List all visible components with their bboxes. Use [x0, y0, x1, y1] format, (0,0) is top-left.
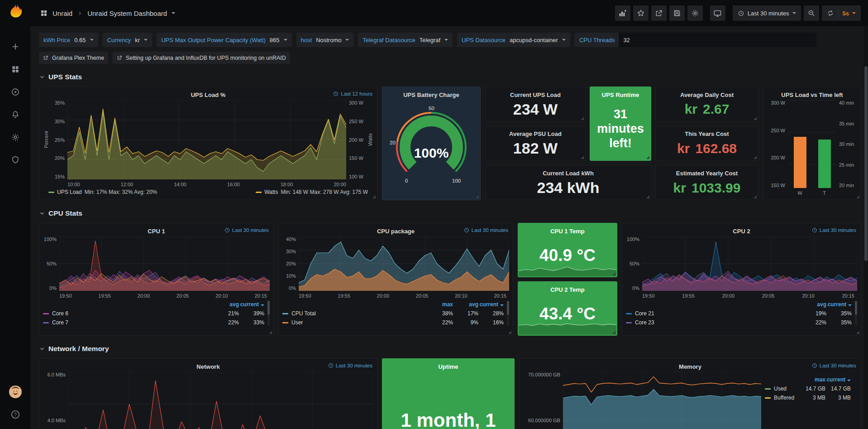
dashboard-settings-button[interactable] — [687, 5, 703, 21]
panel-title[interactable]: CPU package — [377, 228, 415, 235]
help-button[interactable]: ? — [6, 406, 24, 423]
memory-plot[interactable] — [563, 372, 761, 429]
panel-title[interactable]: Average Daily Cost — [680, 92, 734, 98]
panel-title[interactable]: Network — [196, 363, 219, 370]
panel-title[interactable]: This Years Cost — [685, 130, 729, 137]
legend-col-current[interactable]: current — [825, 376, 851, 383]
panel-title[interactable]: Estimated Yearly Cost — [676, 170, 738, 177]
panel-title[interactable]: CPU 1 Temp — [550, 228, 585, 235]
scrollbar-thumb[interactable] — [864, 66, 868, 261]
link-grafana-plex-theme[interactable]: Grafana Plex Theme — [39, 52, 108, 64]
panel-time-range[interactable]: Last 30 minutes — [812, 363, 856, 368]
breadcrumb-org[interactable]: Unraid — [52, 10, 72, 17]
legend-scrollbar[interactable] — [267, 301, 270, 326]
legend-col-current[interactable]: current — [478, 301, 504, 308]
panel-title[interactable]: Average PSU Load — [509, 130, 562, 137]
variable-value[interactable]: kr — [135, 37, 140, 43]
variable-kwh-price[interactable]: kWh Price 0.65 — [39, 33, 98, 47]
network-plot[interactable] — [68, 372, 373, 429]
grafana-logo-icon[interactable] — [5, 3, 25, 23]
legend-watts[interactable]: Watts Min: 148 W Max: 278 W Avg: 175 W — [256, 189, 368, 195]
cpu1-plot[interactable] — [59, 236, 270, 291]
zoom-out-time-button[interactable] — [804, 5, 819, 21]
variable-ups-max-output[interactable]: UPS Max Output Power Capacity (Watt) 865 — [157, 33, 291, 47]
panel-title[interactable]: Current Load kWh — [543, 170, 594, 177]
tick-label: 30 min — [839, 141, 854, 147]
dashboard-title[interactable]: Unraid System Dashboard — [87, 10, 167, 17]
variable-currency[interactable]: Currency kr — [103, 33, 153, 47]
legend-row-used[interactable]: Used 14.7 GB 14.7 GB — [765, 384, 851, 393]
panel-title[interactable]: UPS Load % — [191, 92, 226, 98]
share-dashboard-button[interactable] — [651, 5, 667, 21]
variable-value[interactable]: 0.65 — [74, 37, 86, 43]
panel-time-range[interactable]: Last 30 minutes — [812, 227, 856, 233]
legend-col-max[interactable]: max — [800, 376, 825, 383]
legend-col-avg[interactable]: avg — [214, 301, 239, 308]
cycle-view-mode-button[interactable] — [710, 5, 725, 21]
legend-scrollbar[interactable] — [507, 301, 509, 326]
ups-load-plot[interactable] — [67, 100, 346, 179]
bar-watts[interactable] — [794, 137, 806, 188]
panel-title[interactable]: Memory — [679, 363, 701, 370]
cpu-package-plot[interactable] — [299, 236, 509, 291]
section-ups-stats[interactable]: UPS Stats — [39, 71, 861, 83]
section-network-memory[interactable]: Network / Memory — [39, 343, 861, 355]
variable-value[interactable]: Telegraf — [420, 37, 440, 43]
bar-chart[interactable]: W T — [788, 100, 836, 196]
panel-title[interactable]: UPS Load vs Time left — [781, 92, 843, 98]
section-cpu-stats[interactable]: CPU Stats — [39, 207, 861, 219]
cpu2-plot[interactable] — [642, 236, 857, 291]
sidebar-item-alerting[interactable] — [6, 106, 24, 123]
panel-title[interactable]: CPU 1 — [148, 228, 165, 235]
panel-title[interactable]: CPU 2 Temp — [550, 286, 585, 293]
legend-scrollbar[interactable] — [855, 301, 857, 326]
legend-row-core7[interactable]: Core 7 22% 33% — [43, 318, 264, 327]
link-ups-monitoring-guide[interactable]: Setting up Grafana and InfluxDB for UPS … — [113, 52, 290, 64]
save-dashboard-button[interactable] — [669, 5, 685, 21]
legend-col-max[interactable]: max — [428, 301, 453, 308]
battery-gauge[interactable]: 0 20 50 100 100% — [386, 100, 477, 197]
legend-row-core6[interactable]: Core 6 21% 39% — [43, 309, 264, 318]
add-panel-button[interactable] — [615, 5, 630, 21]
legend-col-avg[interactable]: avg — [453, 301, 478, 308]
panel-title[interactable]: CPU 2 — [733, 228, 750, 235]
sidebar-item-server-admin[interactable] — [6, 152, 24, 168]
variable-ups-datasource[interactable]: UPS Datasource apcupsd-container — [457, 33, 570, 47]
legend-row-user[interactable]: User 22% 9% 16% — [282, 318, 504, 327]
variable-host[interactable]: host Nostromo — [296, 33, 354, 47]
time-range-picker[interactable]: Last 30 minutes — [733, 5, 801, 21]
panel-title[interactable]: Uptime — [438, 363, 458, 370]
refresh-interval-label[interactable]: 5s — [843, 10, 849, 17]
variable-value[interactable]: apcupsd-container — [510, 37, 558, 43]
sidebar-item-dashboards[interactable] — [6, 61, 24, 77]
page-scrollbar[interactable] — [864, 26, 868, 429]
legend-row-core21[interactable]: Core 21 19% 35% — [626, 309, 852, 318]
caret-down-icon[interactable] — [172, 12, 175, 14]
sidebar-item-explore[interactable] — [6, 84, 24, 100]
panel-title[interactable]: UPS Runtime — [602, 92, 639, 98]
legend-row-core23[interactable]: Core 23 22% 35% — [626, 318, 852, 327]
refresh-button[interactable]: 5s — [822, 5, 861, 21]
variable-value[interactable]: 865 — [270, 37, 280, 43]
legend-ups-load[interactable]: UPS Load Min: 17% Max: 32% Avg: 20% — [48, 189, 157, 195]
variable-value[interactable]: Nostromo — [316, 37, 341, 43]
bar-time[interactable] — [818, 140, 831, 188]
legend-col-current[interactable]: current — [826, 301, 852, 308]
sidebar-item-create[interactable] — [6, 39, 24, 55]
cpu-threads-input[interactable] — [619, 33, 816, 47]
panel-time-range[interactable]: Last 30 minutes — [328, 363, 372, 368]
panel-time-range[interactable]: Last 12 hours — [333, 91, 372, 96]
panel-time-range[interactable]: Last 30 minutes — [464, 227, 508, 233]
variable-telegraf-datasource[interactable]: Telegraf Datasource Telegraf — [358, 33, 453, 47]
legend-row-cpu-total[interactable]: CPU Total 38% 17% 28% — [282, 309, 504, 318]
legend-col-avg[interactable]: avg — [801, 301, 826, 308]
user-avatar[interactable] — [6, 384, 24, 400]
sidebar-item-configuration[interactable] — [6, 129, 24, 145]
legend-col-current[interactable]: current — [239, 301, 264, 308]
caret-down-icon[interactable] — [852, 12, 856, 14]
panel-title[interactable]: Current UPS Load — [510, 92, 561, 98]
legend-row-buffered[interactable]: Buffered 3 MB 3 MB — [765, 393, 851, 402]
star-dashboard-button[interactable] — [633, 5, 649, 21]
panel-title[interactable]: UPS Battery Charge — [403, 92, 459, 98]
panel-time-range[interactable]: Last 30 minutes — [224, 227, 269, 233]
